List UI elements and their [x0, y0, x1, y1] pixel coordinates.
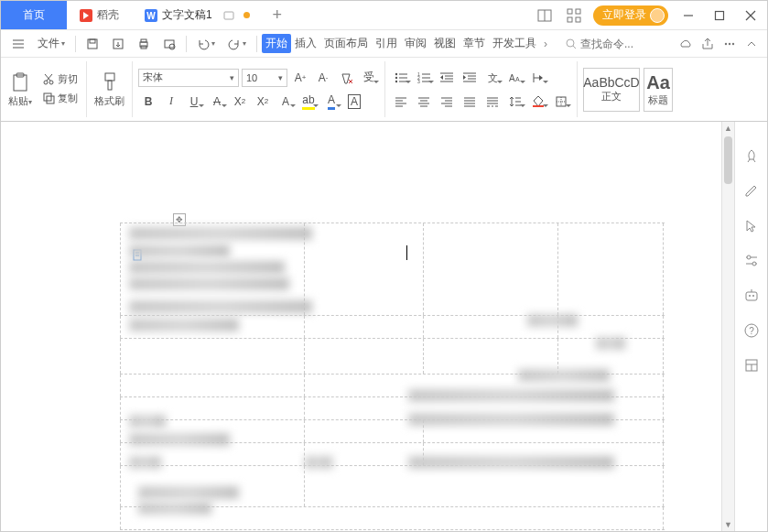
undo-button[interactable]: ▾	[191, 36, 221, 52]
ribbon-tab-devtools[interactable]: 开发工具	[489, 34, 540, 53]
edit-icon[interactable]	[742, 182, 761, 201]
close-button[interactable]	[740, 5, 762, 27]
decrease-indent-button[interactable]	[437, 68, 457, 88]
assistant-icon[interactable]	[742, 287, 761, 305]
redo-button[interactable]: ▾	[222, 36, 252, 52]
clear-format-button[interactable]	[336, 68, 356, 88]
ribbon-tab-insert[interactable]: 插入	[291, 34, 320, 53]
ribbon-tab-start[interactable]: 开始	[262, 34, 291, 53]
char-scale-button[interactable]: AA	[505, 68, 525, 88]
paste-icon	[9, 71, 31, 93]
ribbon-tab-reference[interactable]: 引用	[372, 34, 401, 53]
hamburger-menu[interactable]	[6, 36, 30, 52]
help-icon[interactable]: ?	[742, 321, 761, 340]
superscript-button[interactable]: X2	[230, 92, 250, 112]
command-search-input[interactable]	[580, 38, 644, 50]
shrink-font-button[interactable]: A-	[313, 68, 333, 88]
italic-button[interactable]: I	[161, 92, 181, 112]
save-button[interactable]	[81, 36, 104, 52]
bullets-button[interactable]	[391, 68, 411, 88]
tabs-scroll-right[interactable]: ›	[540, 38, 551, 50]
align-left-button[interactable]	[391, 92, 411, 112]
select-icon[interactable]	[742, 217, 761, 235]
align-center-button[interactable]	[414, 92, 434, 112]
font-size-value: 10	[246, 72, 257, 83]
underline-button[interactable]: U	[184, 92, 204, 112]
minimize-button[interactable]	[677, 5, 699, 27]
svg-rect-30	[14, 75, 27, 91]
format-painter-group: 格式刷	[87, 61, 133, 117]
login-button[interactable]: 立即登录	[593, 5, 668, 26]
border-button[interactable]	[551, 92, 571, 112]
change-case-button[interactable]: A	[276, 92, 296, 112]
ribbon-tab-section[interactable]: 章节	[460, 34, 489, 53]
brush-icon	[99, 71, 121, 93]
command-search[interactable]	[560, 36, 650, 52]
share-icon[interactable]	[698, 34, 718, 54]
clipboard-group: 粘贴▾ 剪切 复制	[1, 61, 87, 117]
tab-home[interactable]: 首页	[1, 1, 67, 29]
svg-point-102	[752, 295, 754, 297]
more-icon[interactable]	[719, 34, 740, 54]
menu-bar: 文件 ▾ ▾ ▾ 开始 插入 页面布局 引用 审阅 视图 章节 开发工具 ›	[1, 30, 767, 58]
strikethrough-button[interactable]: A	[207, 92, 227, 112]
increase-indent-button[interactable]	[460, 68, 480, 88]
paste-button[interactable]: 粘贴▾	[6, 71, 34, 108]
svg-rect-37	[47, 96, 54, 103]
scroll-up-button[interactable]: ▲	[722, 122, 734, 135]
svg-rect-18	[90, 39, 95, 43]
settings-slider-icon[interactable]	[742, 252, 761, 270]
font-color-button[interactable]: A	[321, 92, 341, 112]
svg-point-32	[44, 81, 48, 84]
vertical-scrollbar[interactable]: ▲ ▼	[721, 122, 734, 531]
shading-button[interactable]	[528, 92, 548, 112]
apps-icon[interactable]	[564, 5, 584, 26]
grow-font-button[interactable]: A+	[290, 68, 310, 88]
cloud-icon[interactable]	[676, 34, 696, 54]
file-menu[interactable]: 文件 ▾	[32, 34, 70, 53]
ribbon-tab-review[interactable]: 审阅	[401, 34, 430, 53]
phonetic-button[interactable]: 受	[359, 68, 379, 88]
scroll-down-button[interactable]: ▼	[722, 518, 734, 531]
align-distribute-button[interactable]	[482, 92, 503, 112]
bold-button[interactable]: B	[138, 92, 158, 112]
tabs-button[interactable]	[528, 68, 548, 88]
align-justify-button[interactable]	[460, 92, 480, 112]
save-as-button[interactable]	[106, 36, 130, 52]
char-border-button[interactable]: A	[344, 92, 364, 112]
numbering-button[interactable]: 123	[414, 68, 434, 88]
font-name-combo[interactable]: 宋体▾	[138, 69, 239, 87]
layout-icon[interactable]	[535, 5, 555, 26]
text-direction-button[interactable]: 文	[482, 68, 503, 88]
new-tab-button[interactable]: +	[263, 1, 292, 29]
ribbon-tab-view[interactable]: 视图	[430, 34, 460, 53]
svg-point-44	[395, 76, 397, 78]
tab-docker[interactable]: 稻壳	[67, 1, 132, 29]
rocket-icon[interactable]	[742, 147, 761, 166]
svg-text:3: 3	[417, 79, 420, 84]
format-painter-button[interactable]: 格式刷	[92, 71, 126, 108]
highlight-button[interactable]: ab	[298, 92, 319, 112]
style-normal[interactable]: AaBbCcD 正文	[583, 68, 640, 112]
svg-line-26	[573, 46, 576, 49]
tab-document-label: 文字文稿1	[162, 7, 212, 23]
ribbon-tab-pagelayout[interactable]: 页面布局	[320, 34, 372, 53]
align-right-button[interactable]	[437, 92, 457, 112]
print-preview-button[interactable]	[157, 36, 181, 52]
view-mode-icon[interactable]	[742, 356, 761, 375]
tab-document[interactable]: W 文字文稿1	[132, 1, 263, 29]
cut-button[interactable]: 剪切	[39, 71, 81, 87]
svg-point-33	[49, 81, 53, 84]
subscript-button[interactable]: X2	[253, 92, 273, 112]
ribbon-tabs: 开始 插入 页面布局 引用 审阅 视图 章节 开发工具 ›	[262, 34, 551, 53]
print-button[interactable]	[132, 36, 156, 52]
scroll-thumb[interactable]	[724, 136, 732, 184]
maximize-button[interactable]	[709, 5, 730, 27]
font-size-combo[interactable]: 10▾	[242, 69, 287, 87]
collapse-ribbon-icon[interactable]	[741, 34, 762, 54]
line-spacing-button[interactable]	[505, 92, 525, 112]
copy-button[interactable]: 复制	[39, 91, 81, 106]
style-heading[interactable]: Aa 标题	[644, 68, 673, 112]
svg-point-29	[732, 42, 734, 44]
document-canvas[interactable]: ✥	[1, 122, 734, 531]
